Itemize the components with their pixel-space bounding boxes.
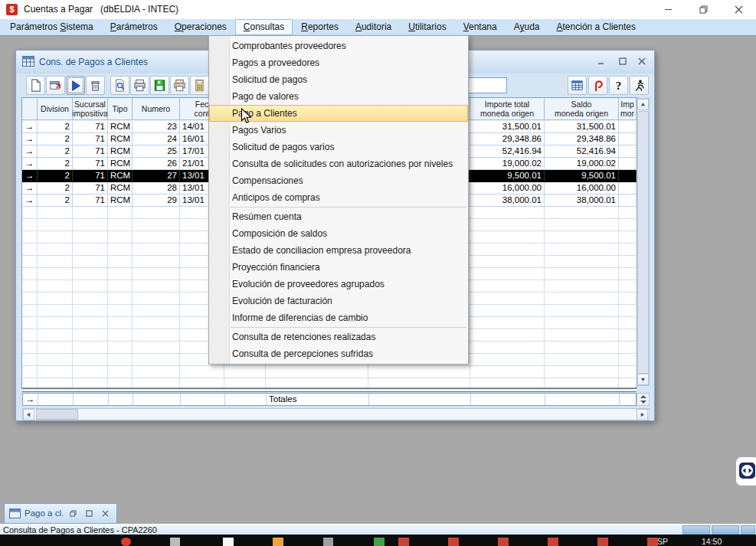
table-cell[interactable]: RCM	[108, 182, 133, 195]
edit-properties-button[interactable]	[46, 76, 65, 95]
menu-item-pago-a-clientes[interactable]: Pago a Clientes	[209, 105, 468, 122]
taskbar-icon[interactable]	[223, 538, 234, 546]
table-cell[interactable]: 2	[38, 170, 73, 182]
minimize-button[interactable]	[650, 0, 686, 19]
table-cell[interactable]: 25	[133, 145, 180, 158]
menu-item-pagos-varios[interactable]: Pagos Varios	[209, 122, 468, 139]
help-button[interactable]: ?	[609, 76, 628, 95]
menubar-item-reportes[interactable]: Reportes	[293, 19, 347, 35]
mini-maximize-button[interactable]	[83, 508, 95, 518]
menubar-item-auditoria[interactable]: Auditoria	[347, 19, 400, 35]
table-cell[interactable]: 38,000.01	[470, 195, 545, 207]
record-pointer-cell[interactable]: →	[22, 145, 38, 158]
record-pointer-cell[interactable]: →	[22, 182, 38, 195]
remote-control-panel-grip[interactable]	[733, 457, 756, 486]
column-header-importe-total-moneda-origen[interactable]: Importe totalmoneda origen	[470, 98, 545, 120]
table-cell[interactable]: 9,500.01	[545, 170, 619, 182]
column-header-imp-mor[interactable]: Impmor	[619, 98, 637, 120]
menu-item-consulta-de-solicitudes-con-autorizaciones-por-niveles[interactable]: Consulta de solicitudes con autorizacion…	[209, 155, 468, 172]
column-header-saldo-moneda-origen[interactable]: Saldomoneda origen	[545, 98, 619, 120]
close-button[interactable]	[721, 0, 756, 19]
menubar-item-ventana[interactable]: Ventana	[455, 19, 506, 35]
menubar-item-parametros-sistema[interactable]: Parámetros Sistema	[2, 19, 102, 35]
table-cell[interactable]	[619, 170, 637, 182]
table-cell[interactable]: 2	[38, 121, 73, 133]
taskbar-icon[interactable]	[374, 538, 385, 546]
menu-item-compensaciones[interactable]: Compensaciones	[209, 172, 468, 189]
menu-item-proyeccion-financiera[interactable]: Proyección financiera	[209, 259, 468, 276]
table-cell[interactable]: 71	[73, 170, 108, 182]
scroll-up-button[interactable]	[637, 99, 649, 110]
table-cell[interactable]: 71	[73, 195, 108, 207]
taskbar-icon[interactable]	[448, 538, 459, 546]
mini-close-button[interactable]	[100, 508, 111, 518]
table-cell[interactable]: RCM	[108, 145, 133, 158]
delete-button[interactable]	[86, 76, 105, 95]
menubar-item-operaciones[interactable]: Operaciones	[166, 19, 235, 35]
menubar-item-parametros[interactable]: Parámetros	[102, 19, 166, 35]
table-cell[interactable]: 2	[38, 182, 73, 195]
table-cell[interactable]: 2	[38, 133, 73, 145]
menu-item-composicion-de-saldos[interactable]: Composición de saldos	[209, 225, 468, 242]
table-cell[interactable]: RCM	[108, 121, 133, 133]
table-cell[interactable]: 16,000.00	[545, 182, 619, 195]
horizontal-scroll-thumb[interactable]	[36, 409, 78, 420]
table-cell[interactable]: 26	[133, 158, 180, 170]
table-cell[interactable]: 29,348.86	[545, 133, 619, 145]
menu-item-solicitud-de-pagos[interactable]: Solicitud de pagos	[209, 71, 468, 88]
taskbar-icon[interactable]	[647, 538, 658, 546]
table-cell[interactable]: 71	[73, 182, 108, 195]
restore-button[interactable]	[686, 0, 721, 19]
table-cell[interactable]: 27	[133, 170, 180, 182]
menubar-item-utilitarios[interactable]: Utilitarios	[400, 19, 454, 35]
child-close-button[interactable]	[633, 55, 650, 67]
record-pointer-cell[interactable]: →	[22, 121, 38, 133]
taskbar-icon[interactable]	[398, 538, 409, 546]
table-cell[interactable]	[619, 195, 637, 207]
menu-item-anticipos-de-compras[interactable]: Anticipos de compras	[209, 189, 468, 206]
table-cell[interactable]: 9,500.01	[470, 170, 545, 182]
menu-item-consulta-de-percepciones-sufridas[interactable]: Consulta de percepciones sufridas	[209, 345, 468, 362]
menu-item-solicitud-de-pagos-varios[interactable]: Solicitud de pagos varios	[209, 139, 468, 155]
table-cell[interactable]: 71	[73, 158, 108, 170]
column-header-sucursal-impositiva[interactable]: Sucursalimpositiva	[73, 98, 108, 120]
table-cell[interactable]	[619, 133, 637, 145]
calculator-button[interactable]	[190, 76, 209, 95]
table-cell[interactable]: RCM	[108, 170, 133, 182]
table-cell[interactable]	[619, 121, 637, 133]
save-button[interactable]	[150, 76, 169, 95]
taskbar-icon[interactable]	[597, 538, 608, 546]
minimized-window-pago[interactable]: Pago a cl...	[4, 503, 117, 524]
record-pointer-cell[interactable]: →	[22, 195, 38, 207]
column-header-division[interactable]: Division	[38, 98, 73, 120]
column-header-tipo[interactable]: Tipo	[108, 98, 133, 120]
scroll-left-button[interactable]	[23, 409, 34, 420]
table-cell[interactable]: 19,000.02	[545, 158, 619, 170]
taskbar-icon[interactable]	[170, 538, 180, 546]
record-pointer-cell[interactable]: →	[22, 158, 38, 170]
taskbar-icon[interactable]	[548, 538, 558, 546]
table-view-button[interactable]	[568, 76, 587, 95]
child-minimize-button[interactable]	[593, 55, 610, 67]
table-cell[interactable]	[619, 158, 637, 170]
scroll-down-button[interactable]	[637, 374, 649, 385]
table-cell[interactable]: 52,416.94	[545, 145, 619, 158]
mini-restore-button[interactable]	[67, 508, 79, 518]
menu-item-consulta-de-retenciones-realizadas[interactable]: Consulta de retenciones realizadas	[209, 329, 468, 345]
taskbar-icon[interactable]	[323, 538, 333, 546]
table-cell[interactable]: RCM	[108, 195, 133, 207]
table-cell[interactable]: 2	[38, 195, 73, 207]
menu-item-informe-de-diferencias-de-cambio[interactable]: Informe de diferencias de cambio	[209, 309, 468, 326]
table-cell[interactable]: RCM	[108, 133, 133, 145]
table-cell[interactable]: 29	[133, 195, 180, 207]
table-cell[interactable]: 29,348.86	[470, 133, 545, 145]
table-cell[interactable]: 52,416.94	[470, 145, 545, 158]
menu-item-comprobantes-proveedores[interactable]: Comprobantes proveedores	[209, 38, 468, 54]
child-maximize-button[interactable]	[614, 55, 631, 67]
table-cell[interactable]: 31,500.01	[470, 121, 545, 133]
exit-running-man-button[interactable]	[630, 76, 649, 95]
menubar-item-consultas[interactable]: Consultas	[235, 19, 293, 35]
new-document-button[interactable]	[26, 76, 45, 95]
menubar-item-atencion-a-clientes[interactable]: Atención a Clientes	[548, 19, 644, 35]
run-button[interactable]	[66, 76, 85, 95]
